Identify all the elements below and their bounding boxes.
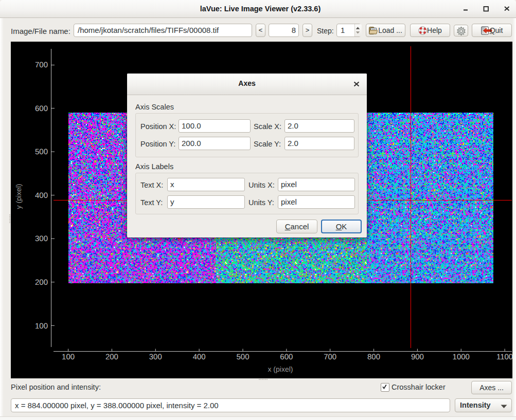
svg-text:200: 200 xyxy=(105,353,118,361)
svg-text:300: 300 xyxy=(35,234,48,243)
svg-text:900: 900 xyxy=(411,353,424,361)
svg-text:500: 500 xyxy=(236,353,249,361)
svg-text:600: 600 xyxy=(35,104,48,113)
svg-text:300: 300 xyxy=(149,353,162,361)
svg-text:100: 100 xyxy=(62,353,75,361)
svg-text:y (pixel): y (pixel) xyxy=(14,184,23,209)
svg-text:1100: 1100 xyxy=(496,353,512,361)
svg-text:700: 700 xyxy=(324,353,336,361)
svg-text:200: 200 xyxy=(35,278,48,287)
svg-text:1000: 1000 xyxy=(453,353,470,361)
svg-text:500: 500 xyxy=(35,148,48,156)
svg-text:400: 400 xyxy=(193,353,206,361)
svg-text:100: 100 xyxy=(35,322,48,331)
svg-text:x (pixel): x (pixel) xyxy=(268,365,293,373)
svg-text:400: 400 xyxy=(35,191,48,200)
svg-text:700: 700 xyxy=(35,61,48,69)
svg-text:800: 800 xyxy=(367,353,380,361)
svg-text:600: 600 xyxy=(280,353,293,361)
